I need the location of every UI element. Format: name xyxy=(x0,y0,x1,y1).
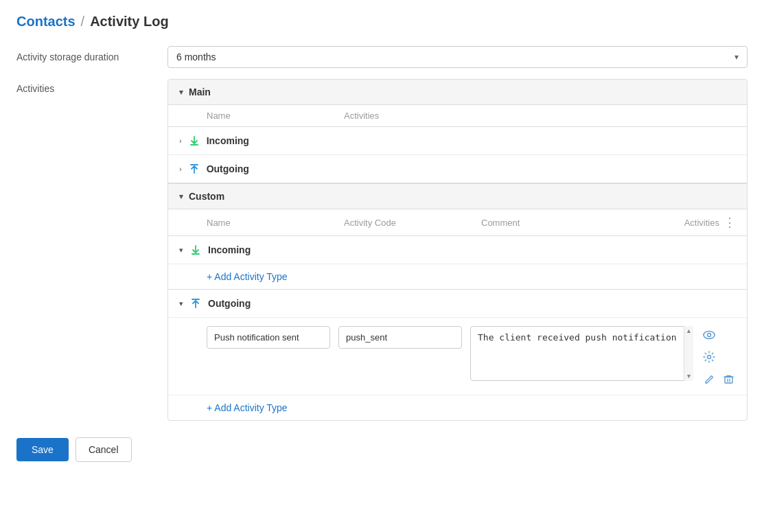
add-activity-type-incoming[interactable]: + Add Activity Type xyxy=(168,264,747,290)
custom-toggle-icon: ▾ xyxy=(179,192,183,201)
svg-point-0 xyxy=(704,332,715,339)
add-activity-outgoing-link[interactable]: + Add Activity Type xyxy=(168,395,299,420)
main-incoming-row[interactable]: › Incoming xyxy=(168,127,747,155)
storage-duration-value: 6 months xyxy=(176,51,216,62)
storage-duration-row: Activity storage duration 6 months ▾ xyxy=(16,46,748,68)
scroll-down-arrow: ▼ xyxy=(686,373,692,380)
scroll-up-arrow: ▲ xyxy=(686,327,692,334)
push-notification-comment-textarea[interactable] xyxy=(470,326,693,381)
chevron-down-icon: ▾ xyxy=(734,52,739,62)
storage-duration-content: 6 months ▾ xyxy=(167,46,748,68)
cancel-button[interactable]: Cancel xyxy=(76,437,132,462)
activities-panel: ▾ Main Name Activities › Incoming › xyxy=(167,79,748,421)
custom-col-comment-header: Comment xyxy=(481,218,667,228)
push-notification-code-input[interactable] xyxy=(338,326,462,349)
main-col-name-header: Name xyxy=(207,111,344,121)
push-notification-code-cell xyxy=(338,326,462,349)
edit-icon[interactable] xyxy=(702,371,717,386)
save-button[interactable]: Save xyxy=(16,438,69,461)
storage-duration-dropdown[interactable]: 6 months ▾ xyxy=(167,46,748,68)
custom-section-label: Custom xyxy=(189,191,224,202)
main-outgoing-toggle: › xyxy=(179,165,182,173)
push-notification-row: ▲ ▼ xyxy=(168,318,747,395)
custom-outgoing-toggle: ▾ xyxy=(179,299,183,308)
main-section-header[interactable]: ▾ Main xyxy=(168,80,747,105)
custom-col-headers: Name Activity Code Comment Activities ⋮ xyxy=(168,209,747,236)
push-notification-name-cell xyxy=(207,326,330,349)
push-notification-actions xyxy=(702,326,736,386)
push-notification-comment-cell: ▲ ▼ xyxy=(470,326,693,381)
breadcrumb-separator: / xyxy=(81,14,85,30)
main-incoming-toggle: › xyxy=(179,137,182,145)
custom-incoming-toggle: ▾ xyxy=(179,246,183,255)
main-incoming-label: Incoming xyxy=(207,135,249,146)
settings-icon[interactable] xyxy=(702,349,717,365)
custom-col-activities-header: Activities ⋮ xyxy=(667,215,736,230)
column-options-menu[interactable]: ⋮ xyxy=(724,215,736,230)
add-activity-incoming-link[interactable]: + Add Activity Type xyxy=(168,264,299,289)
custom-col-name-header: Name xyxy=(207,218,344,228)
main-outgoing-row[interactable]: › Outgoing xyxy=(168,155,747,183)
add-activity-type-outgoing[interactable]: + Add Activity Type xyxy=(168,395,747,420)
main-section-label: Main xyxy=(189,86,211,97)
custom-incoming-row[interactable]: ▾ Incoming xyxy=(168,236,747,264)
custom-incoming-label: Incoming xyxy=(208,244,251,255)
push-notification-name-input[interactable] xyxy=(207,326,330,349)
custom-col-code-header: Activity Code xyxy=(344,218,481,228)
breadcrumb-link-contacts[interactable]: Contacts xyxy=(16,14,76,30)
svg-point-2 xyxy=(708,356,711,359)
outgoing-icon xyxy=(187,162,201,176)
custom-outgoing-row[interactable]: ▾ Outgoing xyxy=(168,290,747,318)
activities-row: Activities ▾ Main Name Activities › Inco… xyxy=(16,79,748,421)
main-col-activities-header: Activities xyxy=(344,111,454,121)
comment-wrapper: ▲ ▼ xyxy=(470,326,693,381)
view-icon[interactable] xyxy=(702,327,717,343)
svg-rect-3 xyxy=(725,377,732,383)
main-col-headers: Name Activities xyxy=(168,105,747,127)
activities-label: Activities xyxy=(16,79,167,94)
custom-section-header[interactable]: ▾ Custom xyxy=(168,183,747,209)
svg-point-1 xyxy=(708,334,711,337)
main-toggle-icon: ▾ xyxy=(179,88,183,97)
breadcrumb-current: Activity Log xyxy=(90,14,168,30)
custom-outgoing-icon xyxy=(189,297,202,310)
custom-outgoing-label: Outgoing xyxy=(208,298,251,309)
incoming-icon xyxy=(187,134,201,148)
breadcrumb: Contacts / Activity Log xyxy=(16,14,748,30)
storage-duration-label: Activity storage duration xyxy=(16,46,167,62)
delete-icon[interactable] xyxy=(721,371,736,386)
main-outgoing-label: Outgoing xyxy=(207,163,249,174)
custom-incoming-icon xyxy=(189,243,202,257)
bottom-actions: Save Cancel xyxy=(16,437,748,462)
scrollbar: ▲ ▼ xyxy=(684,326,693,381)
